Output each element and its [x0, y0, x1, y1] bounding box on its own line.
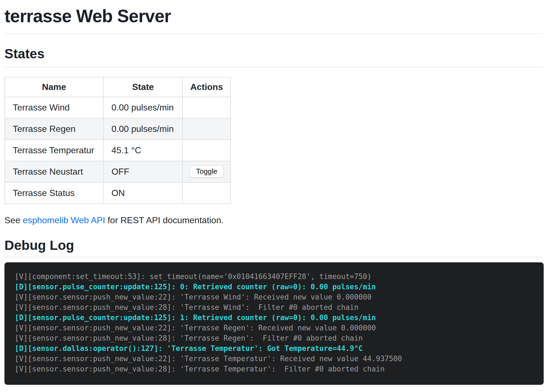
api-note-prefix: See	[4, 215, 23, 225]
state-cell: OFF	[103, 161, 183, 182]
divider	[4, 33, 543, 34]
log-line: [V][sensor.sensor:push_new_value:22]: 'T…	[15, 323, 544, 333]
states-table: Name State Actions Terrasse Wind 0.00 pu…	[4, 77, 231, 204]
table-row: Terrasse Neustart OFF Toggle	[5, 161, 231, 182]
log-line: [V][sensor.sensor:push_new_value:22]: 'T…	[15, 354, 544, 364]
table-header-row: Name State Actions	[5, 77, 231, 97]
api-note: See esphomelib Web API for REST API docu…	[4, 215, 543, 225]
actions-cell	[183, 140, 231, 161]
actions-cell	[183, 97, 231, 118]
debug-log-heading: Debug Log	[4, 238, 543, 253]
state-cell: ON	[103, 182, 183, 204]
name-cell: Terrasse Temperatur	[5, 140, 103, 161]
log-line: [D][sensor.dallas:operator():127]: 'Terr…	[15, 343, 544, 354]
name-cell: Terrasse Regen	[5, 118, 103, 140]
log-line: [D][sensor.pulse_counter:update:125]: 0:…	[15, 282, 544, 292]
states-heading: States	[4, 46, 543, 61]
page-title: terrasse Web Server	[4, 6, 543, 27]
column-header-name: Name	[5, 77, 103, 97]
page: terrasse Web Server States Name State Ac…	[0, 0, 547, 385]
column-header-actions: Actions	[183, 77, 231, 97]
state-cell: 45.1 °C	[103, 140, 183, 161]
table-row: Terrasse Status ON	[5, 182, 231, 204]
log-line: [V][sensor.sensor:push_new_value:28]: 'T…	[15, 364, 544, 374]
actions-cell: Toggle	[183, 161, 231, 182]
divider	[4, 67, 543, 67]
table-row: Terrasse Temperatur 45.1 °C	[5, 140, 231, 161]
log-line: [V][sensor.sensor:push_new_value:22]: 'T…	[15, 292, 544, 302]
table-row: Terrasse Wind 0.00 pulses/min	[5, 97, 231, 118]
actions-cell	[183, 118, 231, 140]
esphomelib-web-api-link[interactable]: esphomelib Web API	[23, 215, 105, 225]
name-cell: Terrasse Status	[5, 182, 103, 204]
debug-log-panel: [V][component:set_timeout:53]: set_timeo…	[4, 262, 544, 385]
name-cell: Terrasse Neustart	[5, 161, 103, 182]
log-line: [V][sensor.sensor:push_new_value:28]: 'T…	[15, 302, 544, 313]
table-row: Terrasse Regen 0.00 pulses/min	[5, 118, 231, 140]
state-cell: 0.00 pulses/min	[103, 97, 183, 118]
log-line: [D][sensor.pulse_counter:update:125]: 1:…	[15, 313, 544, 323]
toggle-button[interactable]: Toggle	[190, 166, 224, 178]
divider	[4, 257, 543, 257]
log-line: [V][component:set_timeout:53]: set_timeo…	[15, 272, 544, 282]
log-line: [V][sensor.sensor:push_new_value:28]: 'T…	[15, 333, 544, 343]
name-cell: Terrasse Wind	[5, 97, 103, 118]
actions-cell	[183, 182, 231, 204]
api-note-suffix: for REST API documentation.	[105, 215, 223, 225]
state-cell: 0.00 pulses/min	[103, 118, 183, 140]
column-header-state: State	[103, 77, 183, 97]
